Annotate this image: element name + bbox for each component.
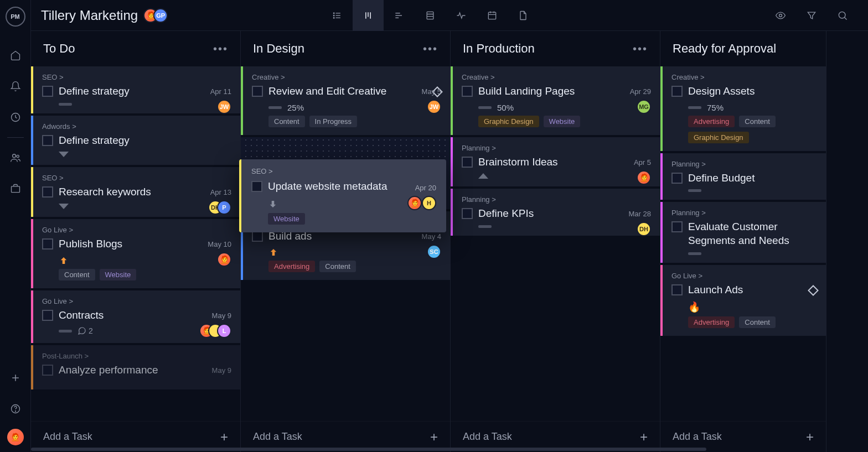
task-card[interactable]: Go Live >Launch Ads🔥AdvertisingContent [660,265,826,336]
card-category[interactable]: SEO > [42,174,231,182]
column-menu-icon[interactable]: ••• [213,43,228,55]
card-avatars[interactable]: 🧑‍🦰 [223,252,231,267]
card-checkbox[interactable] [42,186,53,198]
card-category[interactable]: Planning > [462,144,651,152]
card-category[interactable]: Go Live > [42,226,231,234]
avatar[interactable]: L [217,324,231,338]
card-title[interactable]: Analyze performance [59,363,231,377]
task-card[interactable]: Post-Launch >Analyze performanceMay 9 [31,345,240,389]
tag[interactable]: Website [544,116,581,127]
card-title[interactable]: Build Landing Pages [478,85,651,98]
task-card[interactable]: Planning >Brainstorm IdeasApr 5🧑‍🦰 [451,137,660,187]
card-category[interactable]: Planning > [462,195,651,204]
nav-user-avatar[interactable]: 🧑‍🦰 [7,429,24,445]
card-avatars[interactable]: 🧑‍🦰 [642,170,651,185]
card-checkbox[interactable] [462,157,473,168]
card-title[interactable]: Review and Edit Creative [268,85,425,98]
filter-icon[interactable] [796,0,827,31]
tag[interactable]: Content [739,116,776,127]
tag[interactable]: Content [319,261,356,272]
card-checkbox[interactable] [252,231,263,242]
header-avatars[interactable]: 🧑‍🦰GP [148,8,168,23]
card-avatars[interactable]: JW [432,100,441,114]
comments-icon[interactable]: 2 [78,326,93,335]
visibility-icon[interactable] [765,0,796,31]
tag[interactable]: Content [59,269,95,280]
avatar[interactable]: JW [217,100,231,114]
card-category[interactable]: Go Live > [671,272,817,280]
task-card[interactable]: Go Live >Publish BlogsMay 10🧑‍🦰ContentWe… [31,219,240,288]
tag[interactable]: Website [100,269,137,280]
card-checkbox[interactable] [671,86,683,97]
card-avatars[interactable]: DH [642,222,651,236]
task-card[interactable]: Planning >Evaluate Customer Segments and… [660,202,826,262]
task-card[interactable]: SEO >Define strategyApr 11JW [31,66,240,113]
card-title[interactable]: Define strategy [59,85,231,98]
card-title[interactable]: Research keywords [59,185,231,199]
card-title[interactable]: Contracts [59,309,231,323]
nav-time-icon[interactable] [0,102,31,133]
card-title[interactable]: Launch Ads [688,283,800,297]
card-checkbox[interactable] [462,208,473,219]
view-list-icon[interactable] [322,0,353,31]
card-avatars[interactable]: JW [223,100,231,114]
tag[interactable]: Website [268,213,305,225]
tag[interactable]: Content [268,116,305,127]
tag[interactable]: Advertising [688,116,735,127]
card-category[interactable]: Planning > [671,209,817,217]
view-sheet-icon[interactable] [415,0,446,31]
tag[interactable]: Graphic Design [478,116,539,127]
card-checkbox[interactable] [42,86,53,97]
card-checkbox[interactable] [42,365,53,376]
card-checkbox[interactable] [671,284,683,295]
tag[interactable]: Graphic Design [688,132,749,143]
card-checkbox[interactable] [251,181,262,192]
card-title[interactable]: Brainstorm Ideas [478,155,651,169]
view-board-icon[interactable] [353,0,384,31]
avatar[interactable]: DH [637,222,651,236]
nav-home-icon[interactable] [0,40,31,71]
horizontal-scrollbar[interactable] [31,448,868,451]
nav-add-icon[interactable] [0,362,31,393]
avatar[interactable]: 🧑‍🦰 [407,196,422,210]
tag[interactable]: Advertising [688,316,735,328]
avatar[interactable]: SC [427,245,441,259]
card-checkbox[interactable] [42,238,53,250]
avatar[interactable]: JW [427,100,441,114]
card-category[interactable]: Creative > [462,73,651,81]
task-card[interactable]: Creative >Build Landing PagesApr 29MG50%… [451,66,660,135]
view-activity-icon[interactable] [446,0,477,31]
tag[interactable]: In Progress [309,116,357,127]
card-title[interactable]: Evaluate Customer Segments and Needs [688,220,817,247]
card-avatars[interactable]: DHP [214,200,231,215]
card-avatars[interactable]: MG [642,100,651,114]
nav-help-icon[interactable] [0,393,31,424]
avatar[interactable]: 🧑‍🦰 [637,170,651,185]
card-category[interactable]: Go Live > [42,297,231,305]
task-card[interactable]: Go Live >ContractsMay 9🧑‍🦰L 2 [31,290,240,344]
card-checkbox[interactable] [671,221,683,232]
task-card[interactable]: Adwords >Define strategy [31,116,240,165]
nav-notifications-icon[interactable] [0,71,31,102]
avatar[interactable]: H [422,196,436,210]
card-avatars[interactable]: 🧑‍🦰H [407,196,436,210]
card-category[interactable]: Adwords > [42,122,231,131]
task-card[interactable]: Creative >Design Assets75%AdvertisingCon… [660,66,826,151]
card-title[interactable]: Design Assets [688,85,817,98]
card-category[interactable]: Post-Launch > [42,352,231,360]
column-menu-icon[interactable]: ••• [423,43,438,55]
card-checkbox[interactable] [42,135,53,146]
column-menu-icon[interactable]: ••• [633,43,648,55]
search-icon[interactable] [827,0,858,31]
task-card[interactable]: Planning >Define Budget [660,153,826,200]
card-category[interactable]: Planning > [671,160,817,168]
task-card[interactable]: Creative >Review and Edit CreativeMay 5J… [241,66,450,135]
task-card[interactable]: SEO >Research keywordsApr 13DHP [31,167,240,217]
nav-portfolio-icon[interactable] [0,173,31,204]
card-avatars[interactable]: 🧑‍🦰L [205,324,231,338]
avatar[interactable]: MG [637,100,651,114]
card-category[interactable]: Creative > [252,73,441,81]
tag[interactable]: Advertising [268,261,315,272]
avatar[interactable]: GP [153,8,168,23]
card-category[interactable]: SEO > [42,73,231,81]
